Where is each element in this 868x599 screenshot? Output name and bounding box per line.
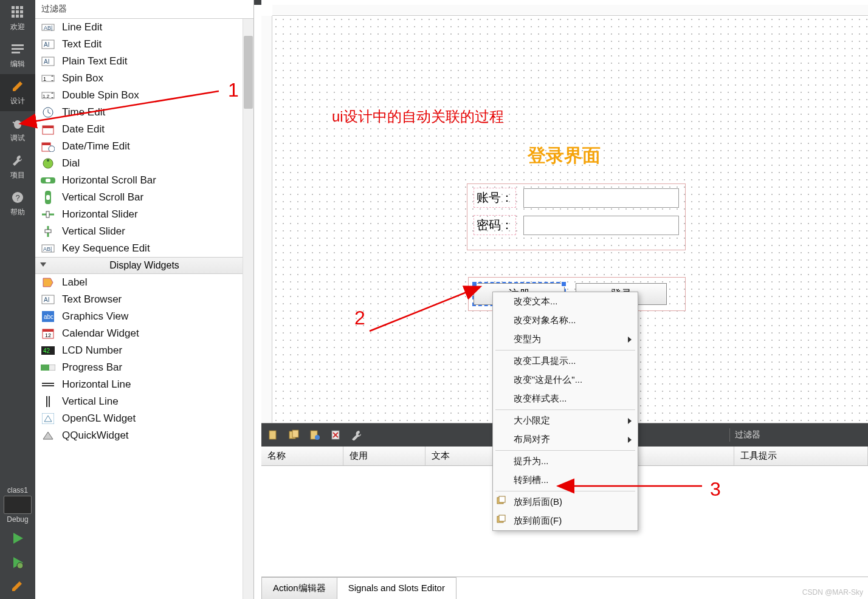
widget-item[interactable]: AB|Line Edit <box>35 19 253 36</box>
widget-icon <box>40 361 56 374</box>
widget-item[interactable]: Label <box>35 274 253 291</box>
menu-separator <box>495 409 635 410</box>
menu-separator <box>495 491 635 491</box>
mode-label: 编辑 <box>10 60 25 68</box>
menu-item[interactable]: 改变工具提示... <box>493 352 638 371</box>
mode-edit[interactable]: 编辑 <box>0 37 35 74</box>
project-selector[interactable]: class1 Debug <box>0 484 35 526</box>
svg-point-13 <box>14 120 21 129</box>
widget-label: Spin Box <box>62 72 103 84</box>
widget-icon <box>40 276 56 289</box>
svg-marker-12 <box>13 81 22 91</box>
menu-item-label: 放到前面(F) <box>514 515 562 525</box>
account-label[interactable]: 账号： <box>474 188 516 208</box>
menu-item[interactable]: 放到后面(B) <box>493 493 638 512</box>
widget-icon <box>40 106 56 118</box>
menu-item[interactable]: 改变对象名称... <box>493 311 638 330</box>
widget-item[interactable]: Date/Time Edit <box>35 138 253 155</box>
widget-label: Text Browser <box>62 293 122 306</box>
widget-icon: 12 <box>40 327 56 340</box>
widget-item[interactable]: 12Calendar Widget <box>35 325 253 342</box>
menu-item[interactable]: 提升为... <box>493 452 638 471</box>
widget-group-header[interactable]: Display Widgets <box>35 257 253 274</box>
widget-item[interactable]: Horizontal Scroll Bar <box>35 172 253 189</box>
menu-item[interactable]: 变型为 <box>493 330 638 349</box>
password-input[interactable] <box>523 216 679 235</box>
svg-rect-86 <box>499 515 505 521</box>
widget-item[interactable]: abcGraphics View <box>35 308 253 325</box>
svg-rect-1 <box>16 6 19 9</box>
mode-design[interactable]: 设计 <box>0 74 35 111</box>
widget-label: Horizontal Scroll Bar <box>62 174 156 187</box>
menu-item[interactable]: 改变"这是什么"... <box>493 371 638 389</box>
paste-action-button[interactable] <box>308 428 322 442</box>
widget-item[interactable]: Horizontal Slider <box>35 206 253 223</box>
bottom-tabs: Action编辑器 Signals and Slots Editor <box>261 577 868 599</box>
widget-icon: AB| <box>40 21 56 33</box>
mode-label: 欢迎 <box>10 22 25 31</box>
svg-text:AI: AI <box>44 296 49 303</box>
run-button[interactable] <box>7 530 29 547</box>
svg-rect-11 <box>12 52 20 53</box>
menu-item[interactable]: 大小限定 <box>493 411 638 430</box>
widget-icon: 42 <box>40 344 56 357</box>
mode-project[interactable]: 项目 <box>0 148 35 185</box>
col-name[interactable]: 名称 <box>261 447 343 465</box>
build-button[interactable] <box>7 578 29 595</box>
run-debug-button[interactable] <box>7 554 29 571</box>
annotation-number-3: 3 <box>710 478 721 501</box>
mode-help[interactable]: ? 帮助 <box>0 185 35 222</box>
delete-action-button[interactable] <box>328 428 343 442</box>
menu-item[interactable]: 改变文本... <box>493 292 638 311</box>
svg-text:AB|: AB| <box>44 25 52 31</box>
copy-action-button[interactable] <box>287 428 301 442</box>
widget-item[interactable]: Vertical Slider <box>35 223 253 240</box>
widget-label: Text Edit <box>62 38 102 50</box>
widget-item[interactable]: 1Spin Box <box>35 70 253 87</box>
svg-rect-51 <box>46 211 49 217</box>
widget-item[interactable]: OpenGL Widget <box>35 410 253 427</box>
action-filter-input[interactable]: 过滤器 <box>729 428 863 442</box>
widget-item[interactable]: Vertical Line <box>35 393 253 410</box>
tab-signals-slots[interactable]: Signals and Slots Editor <box>337 577 456 599</box>
widget-item[interactable]: QQuickWidget <box>35 427 253 444</box>
widget-item[interactable]: AIText Edit <box>35 36 253 53</box>
widget-item[interactable]: Horizontal Line <box>35 376 253 393</box>
widgetbox-filter[interactable]: 过滤器 <box>35 0 253 19</box>
menu-item-label: 布局对齐 <box>514 434 550 444</box>
menu-item[interactable]: 改变样式表... <box>493 389 638 408</box>
widgetbox-list: AB|Line EditAIText EditAIPlain Text Edit… <box>35 19 253 599</box>
widget-item[interactable]: Vertical Scroll Bar <box>35 189 253 206</box>
widget-label: Plain Text Edit <box>62 55 127 67</box>
new-action-button[interactable] <box>266 428 281 442</box>
widget-item[interactable]: AIPlain Text Edit <box>35 53 253 70</box>
widgetbox-scrollbar[interactable] <box>243 19 253 599</box>
mode-debug[interactable]: 调试 <box>0 111 35 148</box>
login-form-group[interactable]: 账号： 密码： <box>467 183 686 250</box>
widget-item[interactable]: Time Edit <box>35 104 253 121</box>
widget-item[interactable]: AIText Browser <box>35 291 253 308</box>
menu-item[interactable]: 放到前面(F) <box>493 512 638 530</box>
widget-item[interactable]: 1.2Double Spin Box <box>35 87 253 104</box>
password-label[interactable]: 密码： <box>474 215 516 235</box>
svg-marker-56 <box>43 278 53 287</box>
widget-item[interactable]: Date Edit <box>35 121 253 138</box>
widget-item[interactable]: 42LCD Number <box>35 342 253 359</box>
widget-icon <box>40 208 56 221</box>
widget-icon <box>40 123 56 135</box>
settings-action-button[interactable] <box>349 428 363 442</box>
widget-label: Graphics View <box>62 310 128 323</box>
tab-action-editor[interactable]: Action编辑器 <box>261 577 337 599</box>
account-input[interactable] <box>523 188 679 208</box>
menu-item[interactable]: 转到槽... <box>493 471 638 490</box>
mode-welcome[interactable]: 欢迎 <box>0 0 35 37</box>
widget-item[interactable]: Progress Bar <box>35 359 253 376</box>
widget-item[interactable]: AB|Key Sequence Edit <box>35 240 253 257</box>
widget-icon: 1 <box>40 72 56 84</box>
col-tooltip[interactable]: 工具提示 <box>734 447 868 465</box>
widget-icon <box>40 191 56 204</box>
title-label[interactable]: 登录界面 <box>528 143 601 168</box>
widget-item[interactable]: Dial <box>35 155 253 172</box>
menu-item[interactable]: 布局对齐 <box>493 430 638 449</box>
col-used[interactable]: 使用 <box>343 447 425 465</box>
